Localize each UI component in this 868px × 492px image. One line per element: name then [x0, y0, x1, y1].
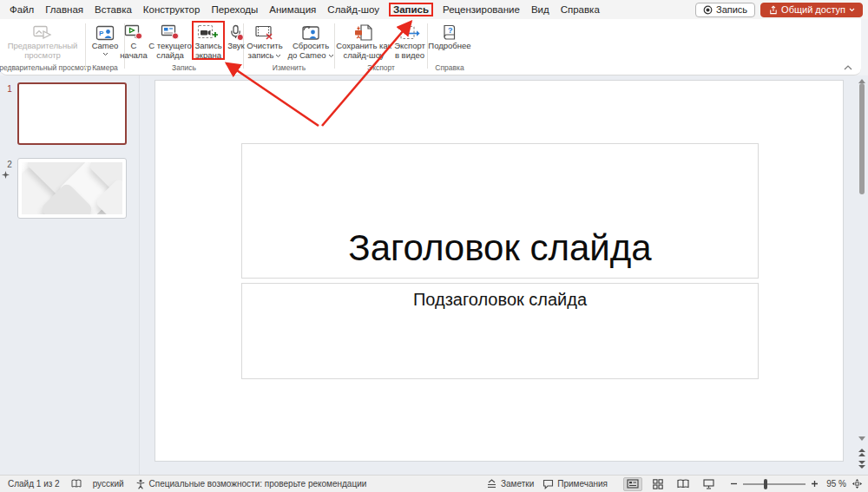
record-from-start-label: С начала — [120, 42, 147, 60]
learn-more-button[interactable]: ? Подробнее — [430, 23, 470, 51]
export-to-video-icon — [399, 23, 420, 42]
menu-item-design[interactable]: Конструктор — [141, 3, 202, 16]
slideshow-icon — [703, 479, 714, 489]
notes-toggle-button[interactable]: Заметки — [486, 479, 534, 489]
ribbon: Предварительный просмотр Предварительный… — [0, 19, 861, 75]
scroll-down-button[interactable] — [857, 433, 867, 443]
slide-2-thumbnail[interactable] — [17, 158, 127, 219]
collapse-ribbon-button[interactable] — [844, 65, 852, 70]
comments-label: Примечания — [557, 479, 608, 489]
reset-to-cameo-label: Сбросить до Cameo — [287, 41, 329, 60]
cameo-icon: P — [95, 23, 115, 42]
chevron-down-icon — [275, 54, 281, 58]
record-from-current-slide-button[interactable]: С текущего слайда — [148, 23, 192, 60]
cameo-label: Cameo — [92, 42, 119, 51]
chevron-down-icon — [328, 54, 334, 58]
clear-recording-button[interactable]: Очистить запись — [244, 23, 286, 60]
zoom-controls: 95 % — [730, 478, 863, 489]
audio-label: Звук — [227, 42, 244, 51]
screen-recording-button[interactable]: Запись экрана — [194, 23, 223, 60]
save-as-slideshow-icon — [353, 23, 374, 42]
export-to-video-button[interactable]: Экспорт в видео — [393, 23, 426, 60]
ribbon-group-preview: Предварительный просмотр Предварительный… — [0, 19, 85, 75]
menu-item-help[interactable]: Справка — [559, 3, 602, 16]
record-from-start-icon — [124, 23, 144, 42]
slide-2-design — [22, 162, 122, 214]
record-toolbar-label: Запись — [716, 4, 747, 15]
slide-thumbnails-panel: 1 2 — [0, 75, 140, 475]
workspace: 1 2 Заголов — [0, 75, 868, 475]
clear-recording-icon — [254, 23, 275, 42]
vertical-scrollbar[interactable] — [857, 75, 867, 475]
reading-view-icon — [677, 479, 689, 489]
menu-item-transitions[interactable]: Переходы — [209, 3, 260, 16]
slide-1-number: 1 — [2, 82, 17, 145]
export-group-label: Экспорт — [367, 63, 395, 75]
zoom-level[interactable]: 95 % — [824, 479, 846, 489]
preview-button[interactable]: Предварительный просмотр — [3, 23, 82, 60]
save-as-slideshow-label: Сохранить как слайд-шоу — [336, 42, 391, 60]
chevron-down-icon — [849, 8, 855, 12]
share-button[interactable]: Общий доступ — [760, 3, 863, 17]
comments-toggle-button[interactable]: Примечания — [542, 479, 608, 489]
cameo-button[interactable]: P Cameo — [88, 23, 122, 56]
book-question-icon: ? — [440, 23, 459, 42]
learn-more-label: Подробнее — [428, 42, 470, 51]
menu-item-insert[interactable]: Вставка — [93, 3, 134, 16]
language-button[interactable]: русский — [93, 479, 124, 489]
zoom-in-button[interactable] — [811, 480, 819, 488]
spellcheck-button[interactable] — [71, 479, 82, 489]
scrollbar-thumb[interactable] — [859, 83, 865, 194]
record-from-current-slide-label: С текущего слайда — [148, 42, 192, 60]
comments-icon — [542, 479, 554, 489]
reset-to-cameo-button[interactable]: Сбросить до Cameo — [287, 23, 334, 60]
record-from-start-button[interactable]: С начала — [121, 23, 147, 60]
zoom-slider-thumb[interactable] — [764, 479, 767, 489]
next-slide-button[interactable] — [857, 459, 867, 469]
menu-item-review[interactable]: Рецензирование — [441, 3, 522, 16]
microphone-icon — [228, 23, 245, 42]
slide-2-number: 2 — [2, 160, 17, 169]
slide-title-text: Заголовок слайда — [348, 227, 651, 278]
share-label: Общий доступ — [781, 4, 845, 15]
record-circle-icon — [703, 5, 713, 15]
slideshow-view-button[interactable] — [699, 477, 718, 491]
record-from-current-slide-icon — [161, 23, 181, 42]
menu-item-file[interactable]: Файл — [8, 3, 36, 16]
menu-item-record[interactable]: Запись — [389, 3, 433, 16]
accessibility-button[interactable]: Специальные возможности: проверьте реком… — [135, 479, 367, 489]
subtitle-placeholder[interactable]: Подзаголовок слайда — [241, 283, 759, 379]
ribbon-group-edit: Очистить запись Сбросить до Cameo Измени… — [244, 19, 334, 75]
zoom-out-button[interactable] — [730, 480, 738, 488]
menu-item-home[interactable]: Главная — [43, 3, 85, 16]
preview-label: Предварительный просмотр — [3, 42, 82, 60]
notes-icon — [486, 479, 497, 489]
slide-subtitle-text: Подзаголовок слайда — [413, 284, 587, 310]
camera-group-label: Камера — [92, 63, 118, 75]
share-icon — [768, 5, 778, 15]
previous-slide-button[interactable] — [857, 447, 867, 457]
edit-group-label: Изменить — [273, 63, 306, 75]
menu-item-slideshow[interactable]: Слайд-шоу — [326, 3, 381, 16]
slide-sorter-view-button[interactable] — [648, 477, 667, 491]
zoom-out-icon — [730, 480, 738, 488]
reading-view-button[interactable] — [674, 477, 693, 491]
svg-text:?: ? — [448, 26, 453, 35]
fit-slide-to-window-button[interactable] — [852, 478, 863, 489]
title-placeholder[interactable]: Заголовок слайда — [241, 143, 759, 279]
menu-bar: Файл Главная Вставка Конструктор Переход… — [0, 0, 868, 19]
slide-canvas[interactable]: Заголовок слайда Подзаголовок слайда — [155, 80, 844, 462]
normal-view-button[interactable] — [623, 477, 642, 491]
ribbon-group-help: ? Подробнее Справка — [428, 19, 471, 75]
accessibility-icon — [135, 479, 146, 489]
slide-1-thumbnail[interactable] — [17, 82, 127, 145]
menu-item-view[interactable]: Вид — [529, 3, 551, 16]
save-as-slideshow-button[interactable]: Сохранить как слайд-шоу — [336, 23, 391, 60]
help-group-label: Справка — [435, 63, 464, 75]
menu-item-animations[interactable]: Анимация — [267, 3, 318, 16]
export-to-video-label: Экспорт в видео — [393, 42, 426, 60]
slide-counter: Слайд 1 из 2 — [8, 479, 60, 489]
ribbon-row: Предварительный просмотр Предварительный… — [0, 19, 868, 75]
record-toolbar-button[interactable]: Запись — [695, 3, 755, 17]
zoom-slider[interactable] — [743, 483, 806, 485]
